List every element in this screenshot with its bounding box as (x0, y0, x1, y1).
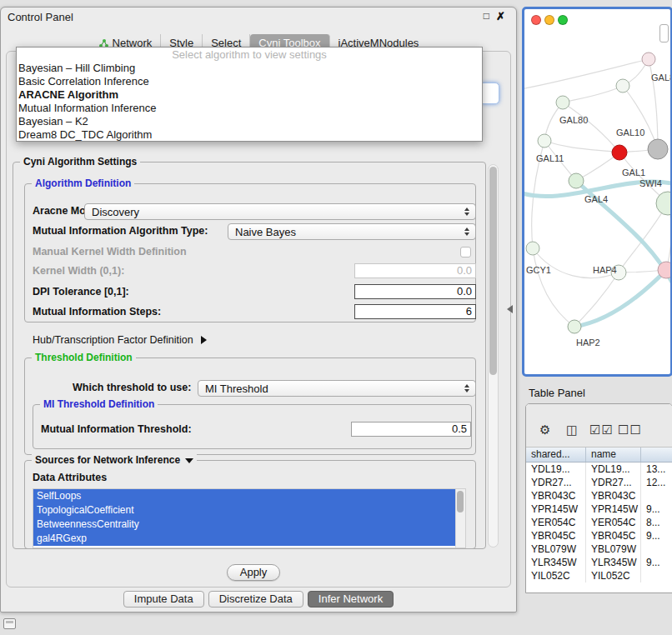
table-cell: YER054C (526, 516, 586, 529)
bottom-tab-impute-data[interactable]: Impute Data (123, 591, 204, 608)
mi-threshold-field[interactable]: 0.5 (351, 422, 471, 437)
network-svg: GAL8GAL80GAL10GAL11GAL1SWI4GAL4GCY1HAP4Y… (524, 9, 670, 374)
table-row[interactable]: YDL19...YDL19...13... (526, 462, 672, 476)
network-edge (623, 86, 658, 149)
minimize-button[interactable] (544, 15, 554, 25)
kernel-width-field[interactable]: 0.0 (354, 263, 476, 278)
scrollbar-thumb[interactable] (489, 167, 497, 375)
which-threshold-select[interactable]: MI Threshold (198, 380, 476, 397)
aracne-mode-value: Discovery (92, 206, 461, 218)
table-cell: YDR27... (526, 476, 586, 489)
splitter-handle-icon[interactable] (507, 305, 513, 313)
which-threshold-value: MI Threshold (205, 382, 461, 395)
aracne-mode-select[interactable]: Discovery (84, 203, 476, 220)
network-node[interactable] (538, 134, 551, 148)
table-cell: 13... (641, 462, 672, 476)
restore-panel-icon[interactable] (3, 618, 16, 629)
table-row[interactable]: YPR145WYPR145W9... (526, 502, 672, 516)
zoom-button[interactable] (558, 15, 568, 25)
network-edge (563, 86, 623, 102)
table-cell: YBR045C (586, 529, 641, 542)
table-panel-title: Table Panel (529, 387, 585, 399)
mi-steps-field[interactable]: 6 (354, 304, 476, 319)
table-cell (641, 569, 672, 582)
table-toolbar: ⚙◫☑☑☐☐ (526, 404, 672, 448)
table-cell: YIL052C (526, 569, 586, 582)
node-label: GAL1 (622, 168, 645, 178)
table-cell: YER054C (586, 516, 641, 529)
data-attributes-list[interactable]: SelfLoopsTopologicalCoefficientBetweenne… (33, 488, 466, 548)
close-window-icon[interactable]: ✗ (496, 10, 505, 22)
kernel-width-label: Kernel Width (0,1): (33, 265, 124, 277)
table-header: shared...name (526, 448, 672, 462)
network-node[interactable] (648, 139, 668, 159)
obscured-spinner-fragment (482, 82, 499, 104)
view-scrollbar-fragment[interactable] (659, 24, 669, 42)
table-cell: YBR043C (526, 489, 586, 502)
column-header[interactable]: shared... (526, 448, 586, 462)
algorithm-option[interactable]: Bayesian – Hill Climbing (17, 62, 482, 75)
column-header[interactable] (641, 448, 672, 462)
network-node[interactable] (642, 52, 655, 66)
table-row[interactable]: YIL052CYIL052C (526, 569, 672, 582)
bottom-tab-discretize-data[interactable]: Discretize Data (208, 591, 303, 608)
table-row[interactable]: YLR345WYLR345W9... (526, 556, 672, 569)
node-label: SWI4 (639, 178, 662, 188)
manual-kernel-checkbox[interactable] (460, 247, 471, 258)
float-window-icon[interactable]: □ (484, 10, 489, 22)
network-node[interactable] (658, 262, 670, 278)
attribute-item[interactable]: TopologicalCoefficient (33, 503, 455, 518)
table-row[interactable]: YDR27...YDR27...12... (526, 476, 672, 489)
scrollbar-thumb[interactable] (457, 491, 464, 512)
table-cell: YPR145W (526, 502, 586, 516)
dpi-tolerance-field[interactable]: 0.0 (354, 284, 476, 299)
algorithm-popup-list: Bayesian – Hill ClimbingBasic Correlatio… (17, 62, 482, 142)
node-label: GAL4 (584, 194, 608, 204)
table-cell: YDR27... (586, 476, 641, 489)
settings-scrollbar[interactable] (488, 164, 499, 548)
select-rows-icon[interactable]: ☑☑ (589, 422, 614, 438)
gear-icon[interactable]: ⚙ (539, 422, 551, 438)
sources-group-title[interactable]: Sources for Network Inference (32, 454, 197, 466)
mi-threshold-definition-title: MI Threshold Definition (40, 398, 158, 410)
table-row[interactable]: YBR043CYBR043C (526, 489, 672, 502)
column-header[interactable]: name (586, 448, 641, 462)
network-node[interactable] (616, 79, 629, 92)
close-button[interactable] (531, 15, 541, 25)
table-cell: YPR145W (586, 502, 641, 516)
algorithm-option[interactable]: Mutual Information Inference (17, 102, 482, 115)
network-node[interactable] (612, 145, 627, 160)
bottom-tab-infer-network[interactable]: Infer Network (308, 591, 394, 608)
network-view-panel[interactable]: GAL8GAL80GAL10GAL11GAL1SWI4GAL4GCY1HAP4Y… (522, 7, 672, 377)
hub-definition-toggle[interactable]: Hub/Transcription Factor Definition (33, 334, 207, 346)
mi-type-select[interactable]: Naive Bayes (228, 223, 476, 240)
settings-group-title: Cyni Algorithm Settings (20, 156, 140, 168)
network-node[interactable] (569, 173, 584, 188)
algorithm-option[interactable]: Basic Correlation Inference (17, 75, 482, 88)
columns-icon[interactable]: ◫ (566, 422, 579, 438)
attribute-item[interactable]: BetweennessCentrality (33, 518, 455, 532)
control-panel-titlebar: Control Panel □ ✗ (1, 8, 516, 28)
table-row[interactable]: YER054CYER054C8... (526, 516, 672, 529)
deselect-rows-icon[interactable]: ☐☐ (618, 422, 642, 438)
table-cell: 9... (641, 529, 672, 542)
attribute-item[interactable]: gal4RGexp (33, 532, 455, 546)
algorithm-option[interactable]: Bayesian – K2 (17, 115, 482, 128)
algorithm-option[interactable]: Dream8 DC_TDC Algorithm (17, 128, 482, 142)
apply-button[interactable]: Apply (227, 564, 280, 581)
network-node[interactable] (568, 320, 581, 333)
table-row[interactable]: YBL079WYBL079W (526, 542, 672, 556)
attributes-list-scrollbar[interactable] (455, 489, 465, 548)
network-node[interactable] (526, 242, 539, 255)
attribute-item[interactable]: SelfLoops (33, 489, 455, 503)
sources-group-title-text: Sources for Network Inference (35, 454, 180, 466)
algorithm-option[interactable]: ARACNE Algorithm (17, 88, 482, 102)
node-label: GCY1 (526, 265, 551, 275)
network-node[interactable] (656, 192, 670, 215)
table-cell: 8... (641, 516, 672, 529)
network-node[interactable] (556, 96, 569, 109)
network-edge (524, 59, 649, 89)
table-row[interactable]: YBR045CYBR045C9... (526, 529, 672, 542)
data-attributes-label: Data Attributes (33, 472, 107, 483)
combo-arrows-icon (461, 204, 473, 219)
